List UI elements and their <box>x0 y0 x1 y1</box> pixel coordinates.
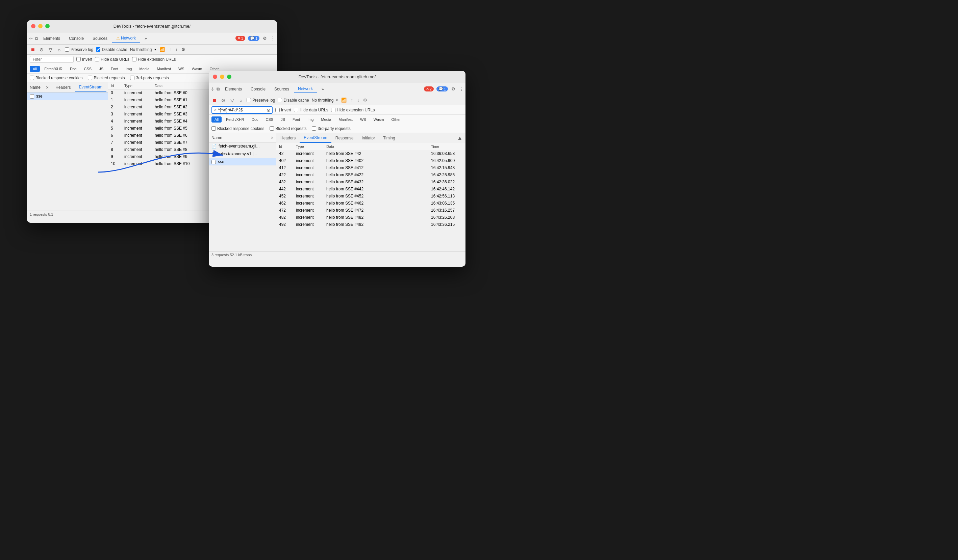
settings-icon-2[interactable]: ⚙ <box>450 86 456 92</box>
type-img-btn-1[interactable]: Img <box>123 66 135 72</box>
settings2-icon-2[interactable]: ⚙ <box>362 97 368 103</box>
blocked-requests-input-2[interactable] <box>270 126 274 131</box>
search-btn-1[interactable]: ⌕ <box>56 47 62 53</box>
more-icon-2[interactable]: ⋮ <box>459 86 464 92</box>
panel-tab-eventstream-2[interactable]: EventStream <box>300 133 331 143</box>
event-row-432[interactable]: 432 increment hello from SSE #432 16:42:… <box>276 179 465 186</box>
cursor-icon-1[interactable]: ⊹ <box>29 35 33 41</box>
tab-elements-2[interactable]: Elements <box>221 85 246 93</box>
hide-data-urls-input-1[interactable] <box>95 57 99 62</box>
hide-ext-urls-checkbox-2[interactable]: Hide extension URLs <box>331 108 375 112</box>
blocked-requests-input-1[interactable] <box>88 76 92 80</box>
minimize-button-1[interactable] <box>38 24 43 28</box>
third-party-input-1[interactable] <box>130 76 135 80</box>
filter-btn-1[interactable]: ▽ <box>47 47 53 53</box>
throttle-select-2[interactable]: No throttling <box>312 98 334 103</box>
blocked-requests-checkbox-1[interactable]: Blocked requests <box>88 76 125 80</box>
hide-data-urls-checkbox-1[interactable]: Hide data URLs <box>95 57 129 62</box>
event-row-472[interactable]: 472 increment hello from SSE #472 16:43:… <box>276 207 465 214</box>
type-css-btn-2[interactable]: CSS <box>263 117 277 123</box>
type-doc-btn-1[interactable]: Doc <box>67 66 80 72</box>
panel-tab-eventstream-1[interactable]: EventStream <box>75 82 106 92</box>
hide-data-urls-input-2[interactable] <box>294 108 298 112</box>
type-all-btn-2[interactable]: All <box>211 117 222 123</box>
tab-sources-1[interactable]: Sources <box>89 35 111 42</box>
disable-cache-input-1[interactable] <box>96 47 100 52</box>
type-js-btn-1[interactable]: JS <box>96 66 106 72</box>
clear-btn-2[interactable]: ⊘ <box>220 97 226 103</box>
type-img-btn-2[interactable]: Img <box>305 117 317 123</box>
panel-tab-response-2[interactable]: Response <box>331 133 358 143</box>
clear-btn-1[interactable]: ⊘ <box>38 47 44 53</box>
third-party-checkbox-1[interactable]: 3rd-party requests <box>130 76 168 80</box>
third-party-checkbox-2[interactable]: 3rd-party requests <box>312 126 350 131</box>
type-all-btn-1[interactable]: All <box>30 66 40 72</box>
request-row-fetch[interactable]: 📄 fetch-eventstream.gli... <box>209 142 276 150</box>
layers-icon-1[interactable]: ⧉ <box>34 35 38 42</box>
blocked-cookies-input-2[interactable] <box>211 126 216 131</box>
event-row-492[interactable]: 492 increment hello from SSE #492 16:43:… <box>276 221 465 228</box>
type-font-btn-1[interactable]: Font <box>108 66 121 72</box>
disable-cache-input-2[interactable] <box>278 98 282 102</box>
invert-input-1[interactable] <box>76 57 81 62</box>
maximize-button-1[interactable] <box>45 24 50 28</box>
preserve-log-input-2[interactable] <box>247 98 251 102</box>
third-party-input-2[interactable] <box>312 126 316 131</box>
invert-checkbox-2[interactable]: Invert <box>275 108 291 112</box>
record-stop-btn-1[interactable]: ⏹ <box>30 47 36 53</box>
event-row-422[interactable]: 422 increment hello from SSE #422 16:42:… <box>276 171 465 179</box>
type-other-btn-2[interactable]: Other <box>388 117 404 123</box>
filter-btn-2[interactable]: ▽ <box>229 97 235 103</box>
tab-console-2[interactable]: Console <box>247 85 270 93</box>
preserve-log-checkbox-2[interactable]: Preserve log <box>247 98 275 103</box>
tab-sources-2[interactable]: Sources <box>270 85 293 93</box>
type-manifest-btn-1[interactable]: Manifest <box>154 66 174 72</box>
type-doc-btn-2[interactable]: Doc <box>249 117 262 123</box>
preserve-log-checkbox-1[interactable]: Preserve log <box>65 47 93 52</box>
type-manifest-btn-2[interactable]: Manifest <box>335 117 356 123</box>
event-row-412[interactable]: 412 increment hello from SSE #412 16:42:… <box>276 165 465 171</box>
panel-tab-headers-2[interactable]: Headers <box>276 133 300 143</box>
type-wasm-btn-1[interactable]: Wasm <box>189 66 205 72</box>
invert-checkbox-1[interactable]: Invert <box>76 57 92 62</box>
preserve-log-input-1[interactable] <box>65 47 69 52</box>
panel-tab-timing-2[interactable]: Timing <box>379 133 399 143</box>
type-media-btn-2[interactable]: Media <box>318 117 334 123</box>
tab-network-1[interactable]: ⚠Network <box>112 35 140 43</box>
blocked-cookies-checkbox-2[interactable]: Blocked response cookies <box>211 126 264 131</box>
search-btn-2[interactable]: ⌕ <box>238 97 244 103</box>
type-media-btn-1[interactable]: Media <box>136 66 152 72</box>
close-panel-btn-1[interactable]: × <box>43 85 51 90</box>
settings2-icon-1[interactable]: ⚙ <box>181 46 186 53</box>
event-row-482[interactable]: 482 increment hello from SSE #482 16:43:… <box>276 214 465 221</box>
layers-icon-2[interactable]: ⧉ <box>216 86 220 92</box>
maximize-button-2[interactable] <box>227 74 232 79</box>
regex-clear-btn[interactable]: ⊗ <box>266 108 271 113</box>
tab-console-1[interactable]: Console <box>65 35 88 42</box>
sse-checkbox-1[interactable] <box>30 94 34 98</box>
disable-cache-checkbox-1[interactable]: Disable cache <box>96 47 127 52</box>
request-row-sse-2[interactable]: sse <box>209 158 276 166</box>
sse-checkbox-2[interactable] <box>211 160 216 164</box>
invert-input-2[interactable] <box>275 108 280 112</box>
close-button-1[interactable] <box>31 24 35 28</box>
panel-tab-initiator-2[interactable]: Initiator <box>358 133 379 143</box>
record-stop-btn-2[interactable]: ⏹ <box>211 97 217 103</box>
type-css-btn-1[interactable]: CSS <box>81 66 95 72</box>
more-icon-1[interactable]: ⋮ <box>270 35 276 41</box>
blocked-requests-checkbox-2[interactable]: Blocked requests <box>270 126 306 131</box>
type-fetch-btn-1[interactable]: Fetch/XHR <box>41 66 65 72</box>
cursor-icon-2[interactable]: ⊹ <box>210 86 215 92</box>
event-row-452[interactable]: 452 increment hello from SSE #452 16:42:… <box>276 193 465 200</box>
panel-tab-headers-1[interactable]: Headers <box>51 82 75 92</box>
type-ws-btn-2[interactable]: WS <box>357 117 369 123</box>
close-button-2[interactable] <box>213 74 217 79</box>
minimize-button-2[interactable] <box>220 74 224 79</box>
type-wasm-btn-2[interactable]: Wasm <box>371 117 387 123</box>
hide-ext-urls-checkbox-1[interactable]: Hide extension URLs <box>132 57 176 62</box>
tab-more-1[interactable]: » <box>141 35 151 42</box>
blocked-cookies-input-1[interactable] <box>30 76 34 80</box>
regex-filter-input[interactable] <box>218 108 265 112</box>
type-ws-btn-1[interactable]: WS <box>175 66 187 72</box>
event-row-462[interactable]: 462 increment hello from SSE #462 16:43:… <box>276 200 465 207</box>
